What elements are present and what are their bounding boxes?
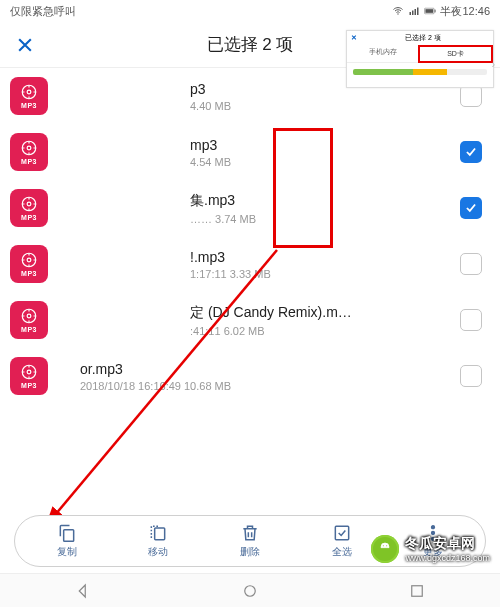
file-text: or.mp32018/10/18 16:16:49 10.68 MB [80, 361, 460, 392]
svg-point-27 [245, 585, 256, 596]
nav-back-icon[interactable] [74, 582, 92, 600]
music-icon [20, 195, 38, 213]
copy-label: 复制 [57, 545, 77, 559]
delete-icon [240, 523, 260, 543]
inset-tab-sd: SD卡 [418, 45, 493, 63]
mp3-badge-label: MP3 [21, 270, 37, 277]
nav-recent-icon[interactable] [408, 582, 426, 600]
music-icon [20, 251, 38, 269]
mp3-badge: MP3 [10, 301, 48, 339]
svg-point-9 [27, 90, 31, 94]
selectall-icon [332, 523, 352, 543]
chevron-right-icon: › [492, 59, 495, 70]
android-navbar [0, 573, 500, 607]
watermark: 冬瓜安卓网 www.dgxcdz168.com [371, 535, 490, 563]
file-subtitle: :41:11 6.02 MB [190, 325, 460, 337]
file-row[interactable]: MP3mp34.54 MB [0, 124, 500, 180]
checkbox[interactable] [460, 85, 482, 107]
file-title: mp3 [190, 137, 460, 153]
svg-rect-2 [412, 11, 414, 16]
inset-tab-phone: 手机内存 [347, 45, 418, 63]
copy-button[interactable]: 复制 [42, 523, 92, 559]
svg-point-30 [387, 545, 388, 546]
svg-rect-28 [411, 585, 422, 596]
svg-rect-6 [426, 9, 434, 13]
file-subtitle: 1:17:11 3.33 MB [190, 268, 460, 280]
file-title: 集.mp3 [190, 192, 460, 210]
file-subtitle: 2018/10/18 16:16:49 10.68 MB [80, 380, 460, 392]
mp3-badge-label: MP3 [21, 102, 37, 109]
mp3-badge: MP3 [10, 245, 48, 283]
mp3-badge-label: MP3 [21, 382, 37, 389]
copy-icon [57, 523, 77, 543]
svg-rect-4 [417, 8, 419, 16]
statusbar-left-text: 仅限紧急呼叫 [10, 4, 76, 19]
close-button[interactable] [0, 35, 50, 55]
delete-label: 删除 [240, 545, 260, 559]
file-text: 定 (DJ Candy Remix).m…:41:11 6.02 MB [60, 304, 460, 337]
watermark-title: 冬瓜安卓网 [405, 535, 490, 553]
file-title: or.mp3 [80, 361, 460, 377]
mp3-badge: MP3 [10, 77, 48, 115]
checkbox[interactable] [460, 141, 482, 163]
mp3-badge: MP3 [10, 133, 48, 171]
music-icon [20, 363, 38, 381]
svg-point-0 [398, 13, 399, 14]
selectall-button[interactable]: 全选 [317, 523, 367, 559]
file-title: 定 (DJ Candy Remix).m… [190, 304, 460, 322]
move-button[interactable]: 移动 [133, 523, 183, 559]
mp3-badge: MP3 [10, 357, 48, 395]
statusbar-time: 半夜12:46 [440, 4, 490, 19]
checkbox[interactable] [460, 309, 482, 331]
svg-rect-3 [415, 9, 417, 15]
music-icon [20, 83, 38, 101]
inset-preview: ✕ 已选择 2 项 手机内存 SD卡 › [346, 30, 494, 88]
svg-rect-21 [63, 530, 73, 542]
music-icon [20, 307, 38, 325]
signal-icon [408, 5, 420, 17]
file-row[interactable]: MP3定 (DJ Candy Remix).m…:41:11 6.02 MB [0, 292, 500, 348]
statusbar: 仅限紧急呼叫 半夜12:46 [0, 0, 500, 22]
music-icon [20, 139, 38, 157]
inset-storage-bar [353, 69, 487, 75]
file-title: !.mp3 [190, 249, 460, 265]
file-subtitle: …… 3.74 MB [190, 213, 460, 225]
watermark-url: www.dgxcdz168.com [405, 553, 490, 563]
svg-point-17 [27, 314, 31, 318]
checkbox[interactable] [460, 197, 482, 219]
file-subtitle: 4.40 MB [190, 100, 460, 112]
wifi-icon [392, 5, 404, 17]
file-subtitle: 4.54 MB [190, 156, 460, 168]
battery-icon [424, 5, 436, 17]
svg-point-19 [27, 370, 31, 374]
svg-rect-1 [410, 12, 412, 15]
file-row[interactable]: MP3or.mp32018/10/18 16:16:49 10.68 MB [0, 348, 500, 404]
checkbox[interactable] [460, 253, 482, 275]
svg-point-11 [27, 146, 31, 150]
move-label: 移动 [148, 545, 168, 559]
mp3-badge: MP3 [10, 189, 48, 227]
watermark-badge [371, 535, 399, 563]
svg-point-25 [432, 532, 435, 535]
file-text: 集.mp3…… 3.74 MB [60, 192, 460, 225]
mp3-badge-label: MP3 [21, 214, 37, 221]
svg-rect-22 [155, 528, 165, 540]
inset-title: 已选择 2 项 [357, 33, 489, 43]
svg-rect-7 [435, 10, 436, 13]
delete-button[interactable]: 删除 [225, 523, 275, 559]
android-icon [377, 541, 393, 557]
nav-home-icon[interactable] [241, 582, 259, 600]
check-icon [464, 145, 478, 159]
check-icon [464, 201, 478, 215]
file-row[interactable]: MP3!.mp31:17:11 3.33 MB [0, 236, 500, 292]
selectall-label: 全选 [332, 545, 352, 559]
checkbox[interactable] [460, 365, 482, 387]
mp3-badge-label: MP3 [21, 326, 37, 333]
close-icon [15, 35, 35, 55]
svg-point-15 [27, 258, 31, 262]
file-row[interactable]: MP3集.mp3…… 3.74 MB [0, 180, 500, 236]
svg-rect-23 [335, 526, 348, 539]
file-text: !.mp31:17:11 3.33 MB [60, 249, 460, 280]
svg-point-29 [383, 545, 384, 546]
svg-point-24 [432, 526, 435, 529]
